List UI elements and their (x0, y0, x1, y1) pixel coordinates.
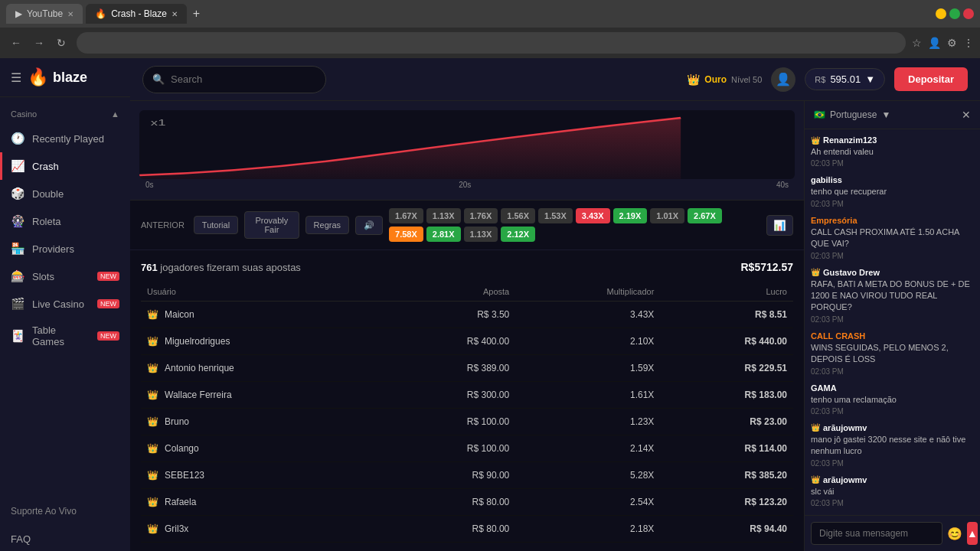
deposit-button[interactable]: Depositar (894, 67, 968, 91)
username-1: Miguelrodrigues (165, 336, 230, 347)
search-icon: 🔍 (152, 73, 165, 85)
window-maximize[interactable] (949, 8, 960, 19)
multiplier-pill-3[interactable]: 1.56X (501, 208, 535, 223)
user-avatar[interactable]: 👤 (771, 67, 795, 92)
bookmark-icon[interactable]: ☆ (912, 37, 922, 49)
crash-label: Crash (32, 161, 59, 172)
multiplier-pill-6[interactable]: 2.19X (613, 208, 648, 223)
chart-label-40s: 40s (776, 181, 789, 189)
back-button[interactable]: ← (6, 34, 26, 52)
provably-fair-button[interactable]: Provably Fair (244, 211, 299, 239)
multiplier-pill-4[interactable]: 1.53X (538, 208, 573, 223)
sidebar-logo-area: ☰ 🔥 blaze (0, 58, 130, 97)
reload-button[interactable]: ↻ (52, 34, 70, 52)
chart-view-button[interactable]: 📊 (766, 215, 793, 236)
sidebar-item-live-casino[interactable]: 🎬 Live Casino NEW (0, 290, 130, 318)
rules-button[interactable]: Regras (305, 216, 349, 234)
level-crown-icon: 👑 (687, 73, 700, 86)
msg-time-5: 02:03 PM (811, 407, 974, 416)
cell-bet-6: R$ 90.00 (383, 462, 516, 489)
search-input[interactable] (171, 73, 316, 85)
balance-badge[interactable]: R$ 595.01 ▼ (805, 68, 885, 90)
multiplier-pill-2[interactable]: 1.76X (464, 208, 498, 223)
multiplier-pill-12[interactable]: 2.12X (501, 227, 535, 242)
table-row: 👑 Miguelrodrigues R$ 400.00 2.10X R$ 440… (141, 328, 793, 355)
crash-icon: 📈 (11, 159, 24, 173)
tab-crash-blaze[interactable]: 🔥 Crash - Blaze ✕ (86, 4, 187, 24)
col-header-mult: Multiplicador (515, 282, 660, 302)
multiplier-pill-7[interactable]: 1.01X (650, 208, 684, 223)
roleta-label: Roleta (32, 216, 61, 227)
username-5: Colango (165, 443, 199, 454)
crash-chart-svg: x1 (139, 110, 795, 179)
window-close[interactable] (963, 8, 974, 19)
msg-text-7: slc vái (811, 486, 974, 497)
cell-profit-2: R$ 229.51 (660, 355, 793, 382)
table-row: 👑 Rafaela R$ 80.00 2.54X R$ 123.20 (141, 489, 793, 516)
tab-youtube[interactable]: ▶ YouTube ✕ (6, 4, 83, 24)
logo-flame-icon: 🔥 (28, 67, 48, 87)
msg-username-1: gabiliss (811, 175, 842, 184)
sidebar-hamburger[interactable]: ☰ (11, 70, 21, 85)
sound-button[interactable]: 🔊 (355, 216, 383, 235)
extensions-icon[interactable]: ⚙ (947, 37, 957, 49)
casino-section-header[interactable]: Casino ▲ (0, 103, 130, 125)
logo-text: blaze (53, 70, 87, 86)
msg-username-3: Gustavo Drew (823, 268, 880, 277)
tutorial-button[interactable]: Tutorial (194, 216, 238, 234)
chat-input[interactable] (811, 522, 942, 545)
sidebar-item-recently-played[interactable]: 🕐 Recently Played (0, 125, 130, 152)
cell-bet-7: R$ 80.00 (383, 489, 516, 516)
chat-send-button[interactable]: ▲ (967, 522, 978, 545)
multiplier-pill-11[interactable]: 1.13X (464, 227, 498, 242)
cell-mult-3: 1.61X (515, 382, 660, 409)
msg-header-2: Empresória (811, 216, 974, 225)
user-crown-6: 👑 (147, 470, 158, 481)
slots-label: Slots (32, 271, 54, 282)
window-minimize[interactable] (936, 8, 946, 19)
msg-username-4: CALL CRASH (811, 331, 865, 341)
players-info: 761 jogadores fizeram suas apostas (141, 262, 301, 273)
sidebar-item-providers[interactable]: 🏪 Providers (0, 235, 130, 262)
chat-emoji-button[interactable]: 😊 (947, 527, 962, 541)
multiplier-pill-5[interactable]: 3.43X (576, 208, 610, 223)
msg-time-6: 02:03 PM (811, 459, 974, 468)
sidebar-item-double[interactable]: 🎲 Double (0, 180, 130, 207)
multiplier-pill-9[interactable]: 7.58X (389, 227, 423, 242)
tab-youtube-close[interactable]: ✕ (67, 10, 74, 18)
menu-icon[interactable]: ⋮ (963, 37, 974, 49)
chat-message-1: gabiliss tenho que recuperar 02:03 PM (811, 175, 974, 207)
double-icon: 🎲 (11, 187, 24, 201)
multiplier-pill-8[interactable]: 2.67X (688, 208, 722, 223)
app-header: 🔍 👑 Ouro Nível 50 👤 R$ 595.01 ▼ Dep (130, 58, 980, 101)
chat-language-selector[interactable]: 🇧🇷 Portuguese ▼ (814, 109, 890, 120)
username-0: Maicon (165, 309, 194, 320)
user-profile-icon[interactable]: 👤 (928, 37, 941, 49)
chat-input-area: 😊 ▲ (805, 515, 980, 551)
multiplier-pill-0[interactable]: 1.67X (389, 208, 423, 223)
msg-time-3: 02:03 PM (811, 315, 974, 324)
address-input[interactable]: blaze.com/pt/games/crash (77, 32, 906, 54)
sidebar-faq[interactable]: FAQ (0, 527, 130, 551)
sidebar-item-slots[interactable]: 🎰 Slots NEW (0, 262, 130, 290)
live-casino-badge: NEW (97, 299, 119, 308)
multiplier-pill-10[interactable]: 2.81X (426, 227, 461, 242)
user-crown-8: 👑 (147, 523, 158, 534)
chat-crown-7: 👑 (811, 475, 820, 484)
multiplier-pill-1[interactable]: 1.13X (426, 208, 461, 223)
tab-crash-close[interactable]: ✕ (172, 10, 178, 18)
table-games-label: Table Games (32, 324, 90, 347)
msg-header-4: CALL CRASH (811, 331, 974, 341)
sidebar-item-table-games[interactable]: 🃏 Table Games NEW (0, 318, 130, 354)
chat-close-button[interactable]: ✕ (962, 109, 971, 121)
sidebar-item-crash[interactable]: 📈 Crash (0, 152, 130, 180)
new-tab-button[interactable]: + (190, 4, 203, 24)
chat-message-0: 👑 Renanzim123 Ah entendi valeu 02:03 PM (811, 135, 974, 168)
col-header-bet: Aposta (383, 282, 516, 302)
sidebar-item-roleta[interactable]: 🎡 Roleta (0, 207, 130, 235)
casino-section-label: Casino (11, 109, 37, 119)
controls-bar: ANTERIOR Tutorial Provably Fair Regras 🔊… (130, 201, 804, 250)
header-level: 👑 Ouro Nível 50 (687, 73, 762, 86)
level-number: Nível 50 (731, 75, 762, 84)
forward-button[interactable]: → (29, 34, 49, 52)
